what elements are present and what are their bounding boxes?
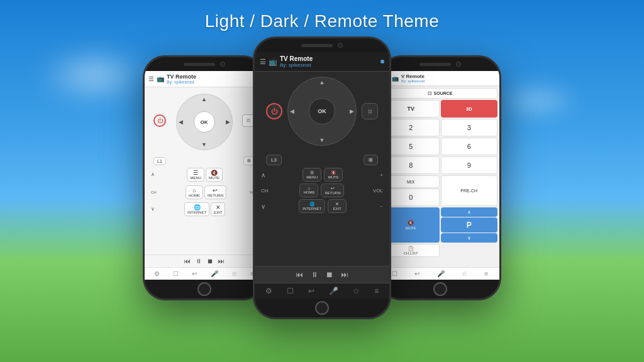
forward-btn-left[interactable]: ⏭ (218, 258, 225, 265)
dark-nav-settings[interactable]: ⚙ (265, 287, 272, 295)
dark-home-return-row: ⌂HOME ↩RETURN (275, 184, 369, 197)
nav-screen-left[interactable]: ☐ (173, 270, 179, 277)
dpad-down-left[interactable]: ▼ (201, 141, 207, 148)
phone-top-bar-center (255, 38, 389, 52)
dark-mute-btn[interactable]: 🔇MUTE (324, 168, 343, 182)
dark-ch-up[interactable]: ∧ (261, 172, 265, 178)
dark-exit-btn[interactable]: ✕EXIT (328, 199, 347, 213)
l3-btn[interactable]: L3 (266, 155, 282, 165)
remote-nav-screen[interactable]: ☐ (392, 270, 397, 277)
dpad-right-left[interactable]: ▶ (226, 119, 230, 125)
dark-ch-label: CH (261, 188, 271, 194)
menu-btn-left[interactable]: ☰MENU (187, 168, 204, 182)
home-button-left[interactable] (197, 282, 211, 296)
dark-vol-plus[interactable]: + (380, 172, 383, 178)
dark-dpad-circle: OK (287, 77, 357, 146)
nav-fav-left[interactable]: ☆ (231, 270, 237, 277)
dpad-up-left[interactable]: ▲ (201, 96, 207, 102)
header-title-block-right: V Remote By: spikesroid (401, 74, 496, 83)
prech-btn[interactable]: PRE-CH (441, 175, 498, 206)
dark-rewind-btn[interactable]: ⏮ (296, 270, 303, 279)
menu-icon-dark: ☰ (260, 58, 266, 66)
dark-return-btn[interactable]: ↩RETURN (321, 184, 344, 197)
dark-nav-menu[interactable]: ≡ (374, 287, 379, 295)
ch-down-right[interactable]: ∨ (441, 233, 498, 243)
l1-btn[interactable]: L1 (153, 157, 166, 165)
dpad-area-left: OK ▲ ▼ ◀ ▶ (176, 87, 233, 154)
dark-stop-btn[interactable]: ⏹ (326, 270, 333, 279)
status-indicator (380, 60, 384, 63)
mute-btn-left[interactable]: 🔇MUTE (206, 168, 223, 182)
header-title-block-center: TV Remote By: spikesroid (280, 55, 378, 68)
dpad-left-left[interactable]: ◀ (179, 119, 183, 125)
app-name-left: TV Remote (167, 74, 260, 80)
dark-internet-btn[interactable]: 🌐INTERNET (299, 199, 325, 213)
mix-prech-row: MIX 0 PRE-CH (382, 175, 497, 206)
rewind-btn-left[interactable]: ⏮ (184, 258, 191, 265)
dark-power-btn[interactable]: ⏻ (266, 103, 282, 119)
dark-nav-back[interactable]: ↩ (308, 287, 314, 295)
stop-btn-left[interactable]: ⏹ (207, 258, 213, 265)
remote-nav-back[interactable]: ↩ (414, 270, 419, 277)
dark-dpad-ok[interactable]: OK (309, 98, 335, 124)
home-btn-left[interactable]: ⌂HOME (186, 185, 203, 199)
dark-forward-btn[interactable]: ⏭ (341, 270, 348, 279)
l1-grid-row: L1 ⊞ (145, 156, 264, 165)
phone-top-bar-left (145, 57, 264, 71)
dpad-right-center[interactable]: ▶ (350, 108, 354, 114)
mute-icon-right[interactable]: 🔇 (408, 220, 414, 226)
num-3-btn[interactable]: 3 (441, 119, 498, 136)
media-row-left: ⏮ ⏸ ⏹ ⏭ (145, 255, 264, 267)
remote-nav-fav[interactable]: ☆ (462, 270, 467, 277)
ctrl-row-2: ⌂HOME ↩RETURN (165, 184, 247, 200)
remote-nav-mic[interactable]: 🎤 (437, 270, 445, 277)
dpad-up-center[interactable]: ▲ (319, 79, 325, 85)
source-btn-right[interactable]: ⊡ SOURCE (382, 88, 497, 99)
ch-down-left[interactable]: ∨ (151, 207, 155, 212)
badge-3d-right[interactable]: 3D (441, 100, 498, 118)
remote-nav-menu[interactable]: ≡ (484, 270, 488, 277)
p-btn-right[interactable]: P (441, 217, 498, 233)
ch-up-icon-right: ∧ (467, 209, 471, 215)
nav-back-left[interactable]: ↩ (192, 270, 197, 277)
home-button-center[interactable] (315, 301, 329, 315)
dark-grid-btn[interactable]: ⊞ (364, 155, 378, 165)
tv-icon-dark: 📺 (269, 58, 277, 66)
dark-source-btn[interactable]: ⊡ (362, 103, 378, 119)
return-btn-left[interactable]: ↩RETURN (204, 185, 226, 199)
dark-bottom-nav: ⚙ ☐ ↩ 🎤 ☆ ≡ (255, 283, 389, 299)
ch-up-right[interactable]: ∧ (441, 207, 498, 217)
dark-menu-mute-row: ☰MENU 🔇MUTE (269, 168, 376, 182)
source-icon-right: ⊡ (428, 90, 432, 96)
dpad-ok-left[interactable]: OK (194, 111, 215, 133)
playpause-btn-left[interactable]: ⏸ (196, 258, 202, 265)
dark-menu-btn[interactable]: ☰MENU (303, 168, 321, 182)
num-9-btn[interactable]: 9 (441, 156, 498, 174)
phones-container: ☰ 📺 TV Remote By: spikesroid ⏻ OK (0, 36, 644, 319)
ctrl-row-1: ☰MENU 🔇MUTE (157, 167, 252, 183)
home-button-right[interactable] (433, 282, 447, 296)
ch-list-icon: 📋 (408, 246, 414, 251)
dark-nav-fav[interactable]: ☆ (353, 287, 360, 295)
side-btn-right-right-phone (499, 107, 501, 133)
dark-nav-mic[interactable]: 🎤 (329, 287, 338, 295)
dark-ch-down[interactable]: ∨ (261, 203, 265, 210)
power-source-row-left: ⏻ OK ▲ ▼ ◀ ▶ ⊡ (145, 87, 264, 154)
exit-btn-left[interactable]: ✕EXIT (211, 202, 225, 216)
power-btn-left[interactable]: ⏻ (153, 114, 166, 127)
dark-playpause-btn[interactable]: ⏸ (311, 270, 318, 279)
dark-nav-screen[interactable]: ☐ (287, 287, 294, 295)
phone-screen-center: ☰ 📺 TV Remote By: spikesroid ⏻ OK (255, 52, 389, 299)
dpad-down-center[interactable]: ▼ (319, 137, 325, 143)
phone-speaker-center (301, 44, 333, 47)
nav-mic-left[interactable]: 🎤 (211, 270, 218, 277)
internet-btn-left[interactable]: 🌐INTERNET (184, 202, 209, 216)
num-6-btn[interactable]: 6 (441, 138, 498, 155)
phone-camera-center (338, 43, 343, 48)
dark-home-btn[interactable]: ⌂HOME (299, 184, 318, 197)
dpad-left-center[interactable]: ◀ (290, 108, 294, 114)
dark-vol-minus[interactable]: − (380, 204, 383, 209)
nav-settings-left[interactable]: ⚙ (154, 270, 160, 277)
app-name-right: V Remote (401, 74, 496, 79)
ch-up-left[interactable]: ∧ (151, 172, 155, 177)
